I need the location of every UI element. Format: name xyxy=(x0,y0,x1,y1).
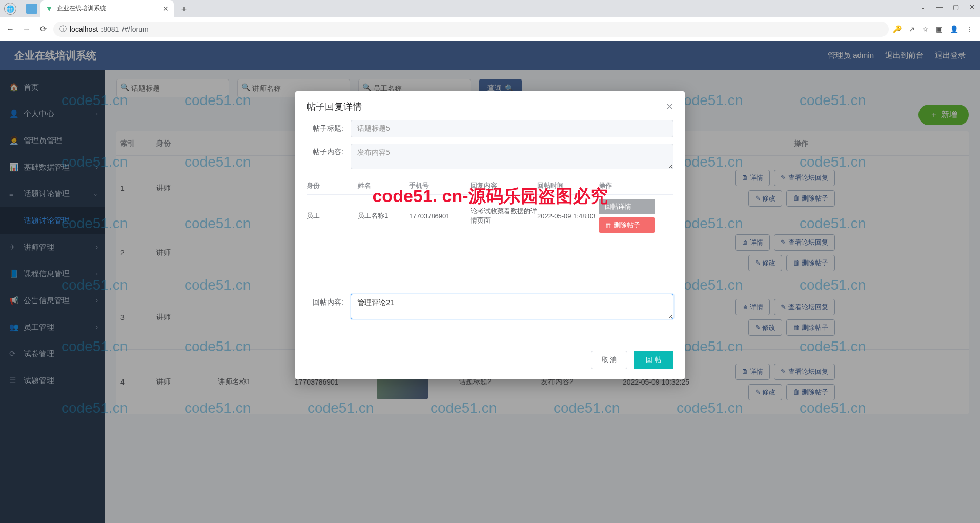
cell-phone: 17703786901 xyxy=(409,212,471,220)
modal-mask[interactable]: 帖子回复详情 ✕ 帖子标题: 帖子内容: 身份 姓名 手机号 回 xyxy=(0,41,980,523)
tab-strip: 🌐 ▼ 企业在线培训系统 ✕ + xyxy=(0,0,980,17)
nav-row: ← → ⟳ ⓘ localhost:8081/#/forum 🔑 ↗ ☆ ▣ 👤… xyxy=(0,17,980,41)
forward-icon: → xyxy=(21,25,33,34)
url-port: :8081 xyxy=(101,25,119,33)
submit-reply-button[interactable]: 回 帖 xyxy=(634,351,673,369)
folder-icon[interactable] xyxy=(26,4,37,14)
profile-icon[interactable]: 👤 xyxy=(950,25,958,33)
url-bar[interactable]: ⓘ localhost:8081/#/forum xyxy=(53,22,889,37)
trash-icon: 🗑 xyxy=(605,222,611,229)
maximize-icon[interactable]: ▢ xyxy=(953,3,959,11)
browser-chrome: 🌐 ▼ 企业在线培训系统 ✕ + ⌄ — ▢ ✕ ← → ⟳ ⓘ localho… xyxy=(0,0,980,41)
cell-time: 2022-05-09 1:48:03 xyxy=(537,212,599,220)
share-icon[interactable]: ↗ xyxy=(909,25,915,33)
lbl-post-content: 帖子内容: xyxy=(307,144,351,157)
modal-title: 帖子回复详情 xyxy=(307,100,362,113)
lbl-post-title: 帖子标题: xyxy=(307,120,351,133)
back-icon[interactable]: ← xyxy=(4,25,16,34)
key-icon[interactable]: 🔑 xyxy=(893,25,902,33)
reply-detail-dialog: 帖子回复详情 ✕ 帖子标题: 帖子内容: 身份 姓名 手机号 回 xyxy=(295,91,685,379)
cancel-button[interactable]: 取 消 xyxy=(591,351,628,369)
new-tab-button[interactable]: + xyxy=(177,4,191,15)
window-controls: ⌄ — ▢ ✕ xyxy=(920,3,975,11)
globe-icon: 🌐 xyxy=(4,3,16,15)
cell-role: 员工 xyxy=(307,211,358,220)
reply-row: 员工 员工名称1 17703786901 论考试收藏看数据的详情页面 2022-… xyxy=(307,195,673,237)
tab-title: 企业在线培训系统 xyxy=(57,4,158,13)
menu-icon[interactable]: ⋮ xyxy=(966,25,973,33)
app-root: 企业在线培训系统 管理员 admin 退出到前台 退出登录 🏠首页 👤个人中心›… xyxy=(0,41,980,523)
cell-reply: 论考试收藏看数据的详情页面 xyxy=(471,207,537,225)
lbl-reply-content: 回帖内容: xyxy=(307,294,351,307)
url-path: /#/forum xyxy=(122,25,148,33)
reply-input[interactable] xyxy=(351,294,673,319)
reply-detail-button[interactable]: 回帖详情 xyxy=(599,199,655,214)
url-host: localhost xyxy=(70,25,98,33)
info-icon: ⓘ xyxy=(59,25,67,34)
close-icon[interactable]: ✕ xyxy=(162,5,169,13)
reply-delete-button[interactable]: 🗑删除帖子 xyxy=(599,217,655,233)
close-window-icon[interactable]: ✕ xyxy=(969,3,975,11)
cell-name: 员工名称1 xyxy=(358,211,409,220)
post-content-field xyxy=(351,144,673,169)
reply-table: 身份 姓名 手机号 回复内容 回帖时间 操作 员工 员工名称1 17703786… xyxy=(307,177,673,237)
post-title-field xyxy=(351,120,673,137)
active-tab[interactable]: ▼ 企业在线培训系统 ✕ xyxy=(40,0,174,17)
extension-icon[interactable]: ▣ xyxy=(936,25,943,33)
minimize-icon[interactable]: — xyxy=(936,3,943,11)
reload-icon[interactable]: ⟳ xyxy=(37,24,49,34)
vue-icon: ▼ xyxy=(46,5,53,13)
star-icon[interactable]: ☆ xyxy=(922,25,929,33)
close-icon[interactable]: ✕ xyxy=(666,101,673,112)
chevron-down-icon[interactable]: ⌄ xyxy=(920,3,926,11)
